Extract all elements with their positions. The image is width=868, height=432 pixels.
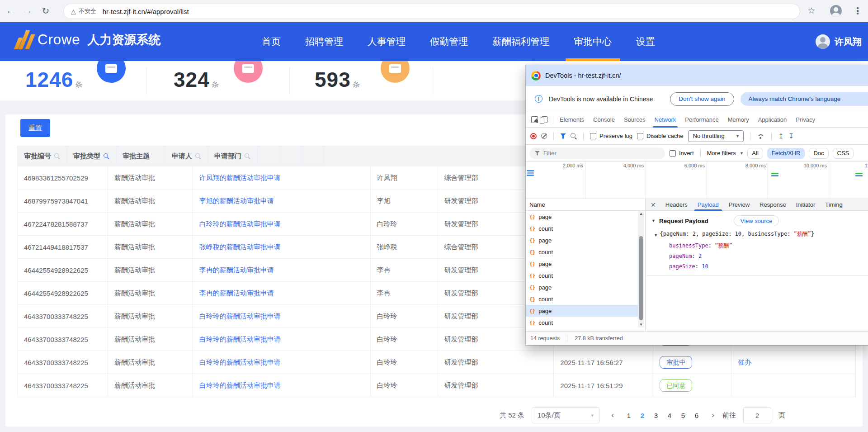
page-number[interactable]: 4 [663,412,676,419]
network-conditions-icon[interactable] [757,133,765,139]
subject-link[interactable]: 白玲玲的薪酬活动审批申请 [199,312,281,321]
page-number[interactable]: 6 [690,412,703,419]
invert-option[interactable]: Invert [670,150,694,157]
devtools-tab[interactable]: Network [650,112,681,128]
security-chip[interactable]: △ 不安全 [71,7,103,15]
subject-link[interactable]: 白玲玲的薪酬活动审批申请 [199,220,281,228]
devtools-tab[interactable]: Sources [619,112,650,128]
search-icon[interactable] [571,133,577,139]
close-icon[interactable]: ✕ [651,201,656,209]
column-search-icon[interactable] [54,153,60,159]
preserve-log-checkbox[interactable] [590,133,596,139]
export-har-icon[interactable]: ↧ [788,132,794,140]
subject-link[interactable]: 李冉的薪酬活动审批申请 [199,266,274,275]
bookmark-star-icon[interactable]: ☆ [806,5,817,16]
detail-tab[interactable]: Timing [820,199,848,211]
request-row[interactable]: {} count [526,246,638,258]
back-icon[interactable]: ← [5,5,16,16]
scroll-down-icon[interactable]: ▼ [638,323,644,327]
request-type-chip[interactable]: All [747,148,763,159]
view-source-button[interactable]: View source [734,215,779,226]
menu-item[interactable]: 人事管理 [366,22,407,61]
page-size-select[interactable]: 10条/页 ▾ [532,407,599,423]
column-search-icon[interactable] [195,153,201,159]
user-chip[interactable]: 许凤翔 [816,22,862,61]
disable-cache-option[interactable]: Disable cache [637,133,684,139]
menu-item[interactable]: 招聘管理 [303,22,345,61]
scroll-up-icon[interactable]: ▲ [638,212,644,216]
subject-link[interactable]: 白玲玲的薪酬活动审批申请 [199,358,281,367]
throttling-select[interactable]: No throttling ▾ [688,130,744,142]
disable-cache-checkbox[interactable] [637,133,643,139]
page-number[interactable]: 3 [649,412,663,419]
menu-item[interactable]: 设置 [634,22,657,61]
url-bar[interactable]: △ 不安全 hr-test.zjf-it.cn/#/approval/list [63,4,800,19]
detail-tab[interactable]: Response [755,199,791,211]
record-icon[interactable] [530,133,537,139]
column-search-icon[interactable] [104,153,109,159]
collapse-triangle-icon[interactable]: ▼ [651,218,656,223]
subject-link[interactable]: 李冉的薪酬活动审批申请 [199,289,274,298]
request-type-chip[interactable]: CSS [833,148,854,159]
menu-item[interactable]: 薪酬福利管理 [491,22,551,61]
detail-tab[interactable]: Initiator [791,199,821,211]
devtools-tab[interactable]: Console [589,112,619,128]
prev-page-button[interactable]: ‹ [607,411,618,420]
detail-tab[interactable]: Preview [724,199,755,211]
preserve-log-option[interactable]: Preserve log [590,133,632,139]
detail-tab[interactable]: Payload [693,199,724,211]
subject-link[interactable]: 白玲玲的薪酬活动审批申请 [199,381,281,390]
request-row[interactable]: {} page [526,305,638,317]
request-row[interactable]: {} count [526,270,638,281]
request-row[interactable]: {} count [526,293,638,305]
devtools-tab[interactable]: Privacy [791,112,820,128]
request-row[interactable]: {} count [526,223,638,234]
request-row[interactable]: {} page [526,211,638,223]
match-language-button[interactable]: Always match Chrome's language [741,92,868,106]
request-list-scrollbar[interactable]: ▲ ▼ [638,211,644,328]
devtools-tab[interactable]: Memory [723,112,754,128]
reset-button[interactable]: 重置 [20,119,50,137]
reload-icon[interactable]: ↻ [40,5,52,16]
device-toolbar-icon[interactable] [542,116,547,123]
devtools-titlebar[interactable]: DevTools - hr-test.zjf-it.cn/ [526,65,868,86]
request-type-chip[interactable]: Fetch/XHR [767,148,805,159]
filter-funnel-icon[interactable] [560,133,566,139]
collapse-triangle-icon[interactable]: ▼ [655,230,657,241]
scrollbar-thumb[interactable] [639,236,643,320]
name-column-header[interactable]: Name [526,199,645,211]
menu-item[interactable]: 首页 [260,22,283,61]
clear-icon[interactable] [541,133,547,139]
page-number[interactable]: 1 [622,412,636,419]
profile-avatar[interactable] [830,5,842,17]
subject-link[interactable]: 许凤翔的薪酬活动审批申请 [199,174,281,182]
request-type-chip[interactable]: Doc [809,148,828,159]
column-search-icon[interactable] [245,153,250,159]
menu-kebab-icon[interactable]: ⋮ [852,5,863,16]
payload-summary-line[interactable]: ▼ {pageNum: 2, pageSize: 10, businessTyp… [655,229,868,241]
more-filters-dropdown[interactable]: More filters ▾ [707,150,743,157]
request-row[interactable]: {} page [526,281,638,293]
import-har-icon[interactable]: ↥ [778,132,784,140]
urge-link[interactable]: 催办 [738,358,751,367]
request-row[interactable]: {} page [526,258,638,270]
detail-tab[interactable]: Headers [660,199,693,211]
goto-page-input[interactable] [743,407,771,423]
subject-link[interactable]: 白玲玲的薪酬活动审批申请 [199,335,281,344]
request-row[interactable]: {} count [526,317,638,328]
subject-link[interactable]: 李旭的薪酬活动审批申请 [199,197,274,205]
dont-show-again-button[interactable]: Don't show again [670,92,734,106]
next-page-button[interactable]: › [707,411,719,420]
request-row[interactable]: {} page [526,234,638,246]
devtools-tab[interactable]: Elements [555,112,589,128]
forward-icon[interactable]: → [22,5,33,16]
network-overview-timeline[interactable]: 2,000 ms 4,000 ms 6,000 ms 8,000 ms 10,0… [526,162,868,199]
devtools-tab[interactable]: Application [754,112,792,128]
subject-link[interactable]: 张峥税的薪酬活动审批申请 [199,243,281,252]
filter-input[interactable]: Filter [529,147,665,159]
devtools-tab[interactable]: Performance [680,112,723,128]
menu-item[interactable]: 审批中心 [572,22,613,61]
inspect-element-icon[interactable] [531,116,538,123]
menu-item[interactable]: 假勤管理 [428,22,470,61]
page-number[interactable]: 2 [636,412,649,419]
